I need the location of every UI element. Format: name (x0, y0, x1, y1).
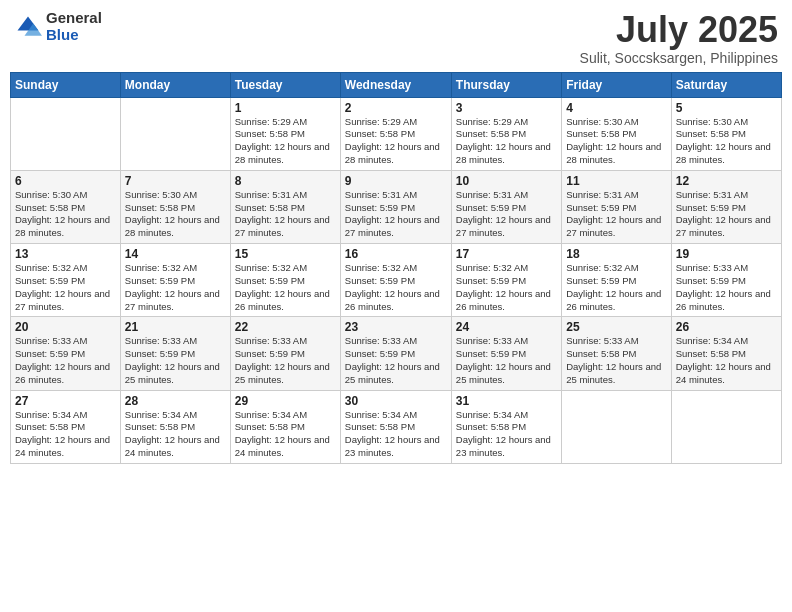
calendar-cell: 12Sunrise: 5:31 AM Sunset: 5:59 PM Dayli… (671, 170, 781, 243)
logo: General Blue (14, 10, 102, 43)
day-info: Sunrise: 5:34 AM Sunset: 5:58 PM Dayligh… (676, 335, 777, 386)
week-row-1: 1Sunrise: 5:29 AM Sunset: 5:58 PM Daylig… (11, 97, 782, 170)
logo-general-text: General (46, 10, 102, 27)
day-number: 18 (566, 247, 666, 261)
calendar-cell: 8Sunrise: 5:31 AM Sunset: 5:58 PM Daylig… (230, 170, 340, 243)
calendar-cell: 15Sunrise: 5:32 AM Sunset: 5:59 PM Dayli… (230, 244, 340, 317)
calendar-cell: 18Sunrise: 5:32 AM Sunset: 5:59 PM Dayli… (562, 244, 671, 317)
day-number: 8 (235, 174, 336, 188)
calendar-cell: 6Sunrise: 5:30 AM Sunset: 5:58 PM Daylig… (11, 170, 121, 243)
calendar-cell: 4Sunrise: 5:30 AM Sunset: 5:58 PM Daylig… (562, 97, 671, 170)
calendar-cell: 7Sunrise: 5:30 AM Sunset: 5:58 PM Daylig… (120, 170, 230, 243)
day-info: Sunrise: 5:31 AM Sunset: 5:58 PM Dayligh… (235, 189, 336, 240)
calendar-cell: 20Sunrise: 5:33 AM Sunset: 5:59 PM Dayli… (11, 317, 121, 390)
day-info: Sunrise: 5:30 AM Sunset: 5:58 PM Dayligh… (15, 189, 116, 240)
day-info: Sunrise: 5:31 AM Sunset: 5:59 PM Dayligh… (456, 189, 557, 240)
weekday-header-tuesday: Tuesday (230, 72, 340, 97)
weekday-header-sunday: Sunday (11, 72, 121, 97)
day-info: Sunrise: 5:30 AM Sunset: 5:58 PM Dayligh… (676, 116, 777, 167)
calendar-cell: 24Sunrise: 5:33 AM Sunset: 5:59 PM Dayli… (451, 317, 561, 390)
day-number: 2 (345, 101, 447, 115)
day-number: 25 (566, 320, 666, 334)
day-number: 4 (566, 101, 666, 115)
calendar-cell (11, 97, 121, 170)
day-number: 23 (345, 320, 447, 334)
subtitle: Sulit, Soccsksargen, Philippines (580, 50, 778, 66)
calendar-cell: 9Sunrise: 5:31 AM Sunset: 5:59 PM Daylig… (340, 170, 451, 243)
day-number: 19 (676, 247, 777, 261)
day-number: 29 (235, 394, 336, 408)
calendar-cell: 3Sunrise: 5:29 AM Sunset: 5:58 PM Daylig… (451, 97, 561, 170)
day-info: Sunrise: 5:33 AM Sunset: 5:59 PM Dayligh… (345, 335, 447, 386)
weekday-header-friday: Friday (562, 72, 671, 97)
calendar-cell: 26Sunrise: 5:34 AM Sunset: 5:58 PM Dayli… (671, 317, 781, 390)
day-info: Sunrise: 5:33 AM Sunset: 5:59 PM Dayligh… (125, 335, 226, 386)
day-info: Sunrise: 5:31 AM Sunset: 5:59 PM Dayligh… (676, 189, 777, 240)
logo-blue-text: Blue (46, 27, 102, 44)
day-info: Sunrise: 5:30 AM Sunset: 5:58 PM Dayligh… (125, 189, 226, 240)
day-info: Sunrise: 5:34 AM Sunset: 5:58 PM Dayligh… (235, 409, 336, 460)
day-number: 17 (456, 247, 557, 261)
day-info: Sunrise: 5:29 AM Sunset: 5:58 PM Dayligh… (456, 116, 557, 167)
calendar-cell: 14Sunrise: 5:32 AM Sunset: 5:59 PM Dayli… (120, 244, 230, 317)
day-info: Sunrise: 5:32 AM Sunset: 5:59 PM Dayligh… (15, 262, 116, 313)
title-block: July 2025 Sulit, Soccsksargen, Philippin… (580, 10, 778, 66)
calendar-cell (562, 390, 671, 463)
calendar-cell: 11Sunrise: 5:31 AM Sunset: 5:59 PM Dayli… (562, 170, 671, 243)
day-number: 20 (15, 320, 116, 334)
day-number: 7 (125, 174, 226, 188)
logo-text: General Blue (46, 10, 102, 43)
day-number: 24 (456, 320, 557, 334)
day-number: 21 (125, 320, 226, 334)
calendar-cell: 1Sunrise: 5:29 AM Sunset: 5:58 PM Daylig… (230, 97, 340, 170)
day-info: Sunrise: 5:34 AM Sunset: 5:58 PM Dayligh… (345, 409, 447, 460)
day-info: Sunrise: 5:33 AM Sunset: 5:58 PM Dayligh… (566, 335, 666, 386)
calendar-cell: 5Sunrise: 5:30 AM Sunset: 5:58 PM Daylig… (671, 97, 781, 170)
day-number: 27 (15, 394, 116, 408)
calendar-cell (671, 390, 781, 463)
day-info: Sunrise: 5:33 AM Sunset: 5:59 PM Dayligh… (456, 335, 557, 386)
calendar-cell: 22Sunrise: 5:33 AM Sunset: 5:59 PM Dayli… (230, 317, 340, 390)
day-number: 12 (676, 174, 777, 188)
day-number: 26 (676, 320, 777, 334)
calendar-cell: 30Sunrise: 5:34 AM Sunset: 5:58 PM Dayli… (340, 390, 451, 463)
calendar-cell: 28Sunrise: 5:34 AM Sunset: 5:58 PM Dayli… (120, 390, 230, 463)
page-header: General Blue July 2025 Sulit, Soccsksarg… (10, 10, 782, 66)
calendar-cell: 17Sunrise: 5:32 AM Sunset: 5:59 PM Dayli… (451, 244, 561, 317)
weekday-header-thursday: Thursday (451, 72, 561, 97)
day-info: Sunrise: 5:31 AM Sunset: 5:59 PM Dayligh… (345, 189, 447, 240)
day-info: Sunrise: 5:33 AM Sunset: 5:59 PM Dayligh… (235, 335, 336, 386)
calendar-cell: 2Sunrise: 5:29 AM Sunset: 5:58 PM Daylig… (340, 97, 451, 170)
day-info: Sunrise: 5:32 AM Sunset: 5:59 PM Dayligh… (235, 262, 336, 313)
calendar-cell: 16Sunrise: 5:32 AM Sunset: 5:59 PM Dayli… (340, 244, 451, 317)
day-number: 13 (15, 247, 116, 261)
calendar-cell: 13Sunrise: 5:32 AM Sunset: 5:59 PM Dayli… (11, 244, 121, 317)
week-row-4: 20Sunrise: 5:33 AM Sunset: 5:59 PM Dayli… (11, 317, 782, 390)
calendar-cell: 25Sunrise: 5:33 AM Sunset: 5:58 PM Dayli… (562, 317, 671, 390)
logo-icon (14, 13, 42, 41)
day-number: 5 (676, 101, 777, 115)
calendar-cell: 31Sunrise: 5:34 AM Sunset: 5:58 PM Dayli… (451, 390, 561, 463)
day-info: Sunrise: 5:31 AM Sunset: 5:59 PM Dayligh… (566, 189, 666, 240)
weekday-header-wednesday: Wednesday (340, 72, 451, 97)
day-info: Sunrise: 5:32 AM Sunset: 5:59 PM Dayligh… (566, 262, 666, 313)
week-row-5: 27Sunrise: 5:34 AM Sunset: 5:58 PM Dayli… (11, 390, 782, 463)
weekday-header-row: SundayMondayTuesdayWednesdayThursdayFrid… (11, 72, 782, 97)
day-info: Sunrise: 5:33 AM Sunset: 5:59 PM Dayligh… (15, 335, 116, 386)
day-number: 30 (345, 394, 447, 408)
main-title: July 2025 (580, 10, 778, 50)
calendar-cell: 10Sunrise: 5:31 AM Sunset: 5:59 PM Dayli… (451, 170, 561, 243)
day-info: Sunrise: 5:34 AM Sunset: 5:58 PM Dayligh… (456, 409, 557, 460)
day-number: 6 (15, 174, 116, 188)
day-info: Sunrise: 5:30 AM Sunset: 5:58 PM Dayligh… (566, 116, 666, 167)
weekday-header-monday: Monday (120, 72, 230, 97)
calendar-table: SundayMondayTuesdayWednesdayThursdayFrid… (10, 72, 782, 464)
week-row-3: 13Sunrise: 5:32 AM Sunset: 5:59 PM Dayli… (11, 244, 782, 317)
day-number: 1 (235, 101, 336, 115)
day-number: 10 (456, 174, 557, 188)
day-number: 16 (345, 247, 447, 261)
day-info: Sunrise: 5:29 AM Sunset: 5:58 PM Dayligh… (345, 116, 447, 167)
week-row-2: 6Sunrise: 5:30 AM Sunset: 5:58 PM Daylig… (11, 170, 782, 243)
day-number: 3 (456, 101, 557, 115)
day-number: 31 (456, 394, 557, 408)
